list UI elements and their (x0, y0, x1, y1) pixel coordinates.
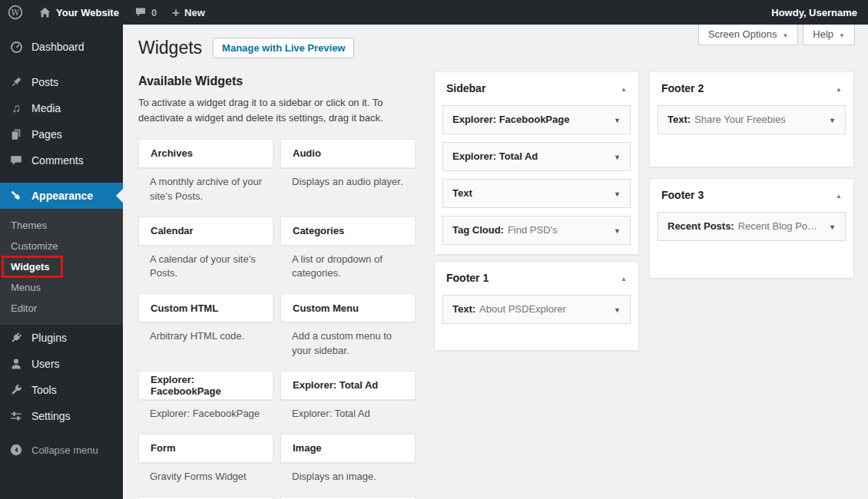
available-widget-links: Links (138, 497, 273, 499)
placed-widget-text[interactable]: Text (442, 179, 631, 208)
panel-header[interactable]: Footer 2 (650, 72, 853, 104)
home-icon (38, 6, 51, 19)
sidebar-item-label: Comments (31, 154, 84, 167)
chevron-down-icon[interactable] (614, 114, 621, 125)
available-widgets-section: Available Widgets To activate a widget d… (138, 71, 416, 499)
available-widget-form: Form Gravity Forms Widget (138, 434, 273, 497)
widget-card[interactable]: Links (138, 497, 273, 499)
admin-bar-left: W Your Website 0 New (0, 0, 213, 25)
widget-title: Custom Menu (293, 302, 359, 314)
available-widget-image: Image Displays an image. (280, 434, 416, 497)
sidebar-item-label: Tools (31, 384, 57, 396)
sidebar-item-posts[interactable]: Posts (0, 69, 123, 95)
submenu-item-menus[interactable]: Menus (0, 277, 123, 298)
chevron-down-icon[interactable] (614, 224, 621, 236)
wrench-icon (8, 383, 24, 397)
collapse-panel-icon[interactable] (621, 82, 627, 94)
submenu-item-customize[interactable]: Customize (0, 236, 123, 256)
widget-title: Image (293, 442, 322, 454)
chevron-down-icon[interactable] (829, 220, 836, 232)
widget-description: Displays an audio player. (280, 175, 416, 202)
new-content-link[interactable]: New (164, 0, 213, 25)
widget-description: A list or dropdown of categories. (280, 253, 416, 294)
available-widgets-heading: Available Widgets (138, 74, 416, 88)
widget-title: Calendar (151, 225, 194, 236)
widget-card[interactable]: Meta (280, 497, 416, 499)
submenu-item-widgets[interactable]: Widgets (0, 256, 123, 277)
sidebar-item-media[interactable]: ♫ Media (0, 95, 123, 121)
submenu-item-themes[interactable]: Themes (0, 215, 123, 236)
widget-card[interactable]: Explorer: FacebookPage (138, 371, 273, 400)
wp-logo-button[interactable]: W (0, 0, 31, 25)
widget-card[interactable]: Custom Menu (280, 293, 416, 322)
submenu-item-editor[interactable]: Editor (0, 298, 123, 319)
chevron-down-icon[interactable] (829, 114, 836, 125)
panel-header[interactable]: Footer 1 (435, 262, 638, 293)
widget-card[interactable]: Calendar (138, 216, 273, 246)
widget-description: Arbitrary HTML code. (138, 329, 273, 356)
collapse-panel-icon[interactable] (836, 189, 842, 200)
sidebar-item-appearance[interactable]: Appearance (0, 183, 123, 209)
chevron-down-icon[interactable] (614, 150, 621, 162)
panel-title: Footer 2 (661, 82, 704, 94)
collapse-panel-icon[interactable] (836, 82, 842, 94)
sidebar-item-label: Posts (31, 76, 58, 88)
widget-bar-title: Text (452, 187, 472, 199)
collapse-panel-icon[interactable] (621, 272, 627, 283)
widgets-page: Screen Options Help Widgets Manage with … (123, 25, 868, 499)
collapse-menu-label: Collapse menu (31, 444, 98, 456)
widget-drop-zone[interactable] (442, 332, 631, 349)
widget-card[interactable]: Image (280, 434, 416, 463)
screen-options-button[interactable]: Screen Options (698, 25, 799, 45)
widget-card[interactable]: Categories (280, 216, 416, 246)
comments-link[interactable]: 0 (127, 0, 164, 25)
available-widget-meta: Meta (280, 497, 416, 499)
media-icon: ♫ (8, 102, 24, 114)
panel-header[interactable]: Footer 3 (650, 179, 853, 210)
placed-widget-tag-cloud[interactable]: Tag Cloud: Find PSD's (442, 216, 631, 245)
settings-sliders-icon (8, 409, 24, 423)
panel-body: Text: About PSDExplorer (435, 293, 638, 350)
available-widget-archives: Archives A monthly archive of your site’… (138, 139, 273, 216)
available-widgets-description: To activate a widget drag it to a sideba… (138, 95, 409, 126)
widget-card[interactable]: Form (138, 434, 273, 463)
sidebar-item-comments[interactable]: Comments (0, 147, 123, 173)
sidebar-item-users[interactable]: Users (0, 351, 123, 377)
widget-card[interactable]: Archives (138, 139, 273, 168)
sidebar-item-plugins[interactable]: Plugins (0, 325, 123, 351)
widget-description: Explorer: FacebookPage (138, 407, 273, 434)
available-widgets-grid: Archives A monthly archive of your site’… (138, 139, 416, 499)
widget-areas-right-column: Footer 2 Text: Share Your Freebies Foote… (649, 71, 854, 285)
site-name-link[interactable]: Your Website (31, 0, 127, 25)
widget-bar-title: Text: (668, 114, 691, 125)
placed-widget-recent-posts[interactable]: Recent Posts: Recent Blog Po… (658, 212, 846, 241)
widget-card[interactable]: Audio (280, 139, 416, 168)
available-widget-explorer-total-ad: Explorer: Total Ad Explorer: Total Ad (280, 371, 416, 434)
widget-drop-zone[interactable] (658, 142, 846, 165)
placed-widget-text-about[interactable]: Text: About PSDExplorer (442, 295, 631, 324)
widget-description: A monthly archive of your site’s Posts. (138, 175, 273, 216)
chevron-down-icon[interactable] (614, 303, 621, 315)
sidebar-item-tools[interactable]: Tools (0, 377, 123, 403)
widget-area-footer-3: Footer 3 Recent Posts: Recent Blog Po… (649, 178, 854, 279)
manage-live-preview-button[interactable]: Manage with Live Preview (213, 38, 354, 58)
widget-title: Form (151, 442, 176, 454)
placed-widget-explorer-total-ad[interactable]: Explorer: Total Ad (442, 142, 631, 171)
widget-card[interactable]: Explorer: Total Ad (280, 371, 416, 400)
howdy-account-link[interactable]: Howdy, Username (771, 7, 857, 18)
panel-title: Footer 1 (446, 272, 489, 284)
sidebar-item-dashboard[interactable]: Dashboard (0, 34, 123, 60)
plugin-icon (8, 331, 24, 345)
placed-widget-text-share[interactable]: Text: Share Your Freebies (658, 105, 846, 134)
widget-drop-zone[interactable] (658, 249, 846, 276)
collapse-menu-button[interactable]: Collapse menu (0, 437, 123, 463)
widget-area-sidebar: Sidebar Explorer: FacebookPage Explorer:… (434, 71, 639, 255)
chevron-down-icon[interactable] (614, 187, 621, 199)
sidebar-item-settings[interactable]: Settings (0, 403, 123, 429)
available-widget-custom-menu: Custom Menu Add a custom menu to your si… (280, 293, 416, 371)
widget-card[interactable]: Custom HTML (138, 293, 273, 322)
sidebar-item-pages[interactable]: Pages (0, 121, 123, 147)
help-button[interactable]: Help (803, 25, 855, 45)
placed-widget-explorer-facebookpage[interactable]: Explorer: FacebookPage (442, 105, 631, 134)
panel-header[interactable]: Sidebar (435, 72, 638, 104)
